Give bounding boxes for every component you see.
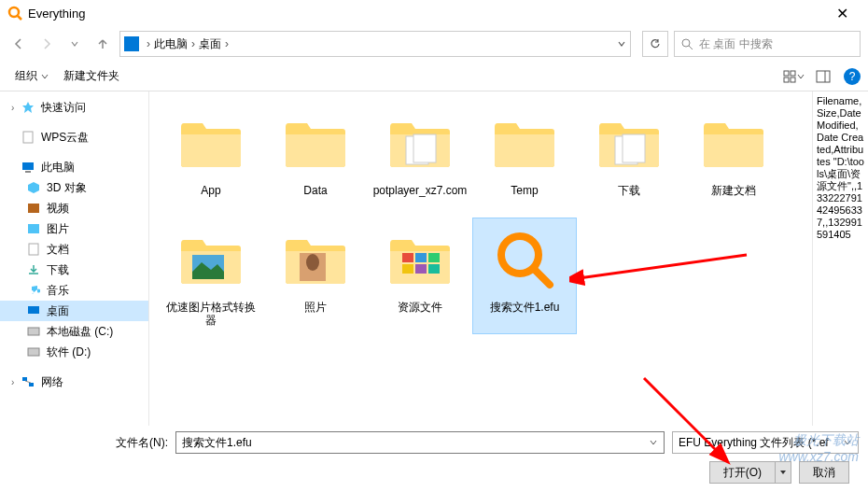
pc-icon [21, 160, 35, 175]
up-button[interactable] [91, 33, 114, 55]
sidebar-wps[interactable]: WPS云盘 [0, 127, 148, 148]
drive-icon [26, 324, 41, 339]
open-button[interactable]: 打开(O) [709, 461, 791, 484]
sidebar-quick[interactable]: ›快速访问 [0, 97, 148, 118]
svg-rect-19 [22, 377, 27, 381]
recent-dropdown[interactable] [63, 33, 86, 55]
forward-button[interactable] [35, 33, 58, 55]
file-item[interactable]: 资源文件 [368, 218, 472, 334]
sidebar-drivec[interactable]: 本地磁盘 (C:) [0, 321, 148, 342]
sidebar-pictures[interactable]: 图片 [0, 218, 148, 239]
file-thumb [174, 222, 248, 297]
file-label: 下载 [618, 184, 640, 197]
file-item[interactable]: App [159, 101, 263, 218]
svg-rect-17 [28, 328, 39, 335]
everything-icon [7, 6, 22, 21]
window-title: Everything [28, 7, 823, 21]
sidebar-documents[interactable]: 文档 [0, 239, 148, 260]
svg-rect-4 [784, 71, 789, 76]
file-item[interactable]: 搜索文件1.efu [472, 218, 577, 334]
svg-line-3 [689, 46, 693, 49]
file-thumb [278, 105, 353, 180]
sidebar-network[interactable]: ›网络 [0, 372, 148, 392]
breadcrumb-root[interactable]: 此电脑 [154, 36, 188, 52]
svg-rect-24 [413, 134, 436, 162]
svg-rect-7 [791, 77, 795, 82]
svg-rect-16 [28, 306, 39, 314]
sidebar-downloads[interactable]: 下载 [0, 260, 148, 280]
svg-rect-32 [428, 253, 440, 262]
file-item[interactable]: potplayer_xz7.com [368, 101, 472, 218]
desktop-icon [26, 303, 41, 318]
breadcrumb[interactable]: › 此电脑 › 桌面 › [119, 31, 631, 57]
preview-pane: Filename,Size,Date Modified,Date Created… [812, 91, 868, 426]
back-button[interactable] [7, 33, 30, 55]
svg-line-22 [579, 255, 747, 278]
file-list[interactable]: App Data potplayer_xz7.com Temp 下载 新建文档 … [149, 91, 812, 426]
download-icon [26, 262, 41, 277]
file-label: Data [303, 184, 327, 197]
help-button[interactable]: ? [844, 68, 861, 85]
svg-rect-13 [28, 204, 39, 213]
file-label: 搜索文件1.efu [490, 301, 560, 314]
file-item[interactable]: 照片 [263, 218, 368, 334]
organize-button[interactable]: 组织 [7, 64, 56, 88]
file-thumb [487, 222, 562, 297]
file-item[interactable]: 下载 [577, 101, 681, 218]
preview-pane-button[interactable] [810, 63, 836, 90]
cancel-button[interactable]: 取消 [799, 461, 849, 484]
sidebar-thispc[interactable]: 此电脑 [0, 157, 148, 177]
music-icon [26, 283, 41, 298]
svg-rect-6 [784, 77, 789, 82]
chevron-down-icon[interactable] [649, 438, 658, 447]
file-item[interactable]: Data [263, 101, 368, 218]
file-label: 新建文档 [711, 184, 756, 197]
search-input[interactable]: 在 桌面 中搜索 [674, 31, 861, 57]
file-label: Temp [511, 184, 538, 197]
svg-rect-14 [28, 224, 39, 233]
file-thumb [592, 105, 666, 180]
file-thumb [696, 105, 771, 180]
chevron-down-icon[interactable] [617, 39, 626, 49]
file-thumb [174, 105, 248, 180]
sidebar-videos[interactable]: 视频 [0, 198, 148, 218]
document-icon [26, 242, 41, 257]
svg-rect-33 [402, 264, 413, 274]
svg-rect-10 [23, 132, 33, 143]
close-button[interactable]: ✕ [823, 5, 861, 22]
file-label: 资源文件 [398, 301, 442, 314]
file-thumb [383, 222, 457, 297]
file-thumb [278, 222, 353, 297]
file-item[interactable]: 新建文档 [681, 101, 786, 218]
svg-rect-5 [791, 71, 795, 76]
svg-rect-34 [415, 264, 427, 274]
sidebar-drived[interactable]: 软件 (D:) [0, 342, 148, 362]
watermark: 极光下载站 www.xz7.com [778, 432, 859, 464]
filename-input[interactable]: 搜索文件1.efu [175, 431, 665, 454]
newfolder-button[interactable]: 新建文件夹 [56, 64, 127, 88]
sidebar-music[interactable]: 音乐 [0, 280, 148, 301]
sidebar-3d[interactable]: 3D 对象 [0, 177, 148, 198]
svg-rect-8 [817, 71, 830, 82]
svg-rect-31 [415, 253, 427, 262]
file-label: potplayer_xz7.com [373, 184, 468, 197]
bottom-bar: 文件名(N): 搜索文件1.efu EFU Everything 文件列表 (*… [0, 426, 868, 489]
breadcrumb-current[interactable]: 桌面 [199, 36, 221, 52]
file-label: App [201, 184, 220, 197]
refresh-button[interactable] [642, 31, 668, 57]
sidebar-desktop[interactable]: 桌面 [0, 301, 148, 321]
file-label: 照片 [304, 301, 327, 314]
svg-point-0 [9, 7, 19, 17]
sidebar: ›快速访问 WPS云盘 此电脑 3D 对象 视频 图片 文档 下载 音乐 桌面 … [0, 91, 149, 426]
navbar: › 此电脑 › 桌面 › 在 桌面 中搜索 [0, 26, 868, 62]
file-item[interactable]: 优速图片格式转换器 [159, 218, 263, 334]
file-item[interactable]: Temp [472, 101, 577, 218]
svg-rect-30 [402, 253, 413, 262]
star-icon [21, 100, 35, 115]
picture-icon [26, 221, 41, 236]
svg-point-2 [682, 39, 690, 47]
view-button[interactable] [780, 63, 806, 90]
video-icon [26, 201, 41, 216]
network-icon [21, 374, 35, 389]
doc-icon [21, 130, 35, 145]
